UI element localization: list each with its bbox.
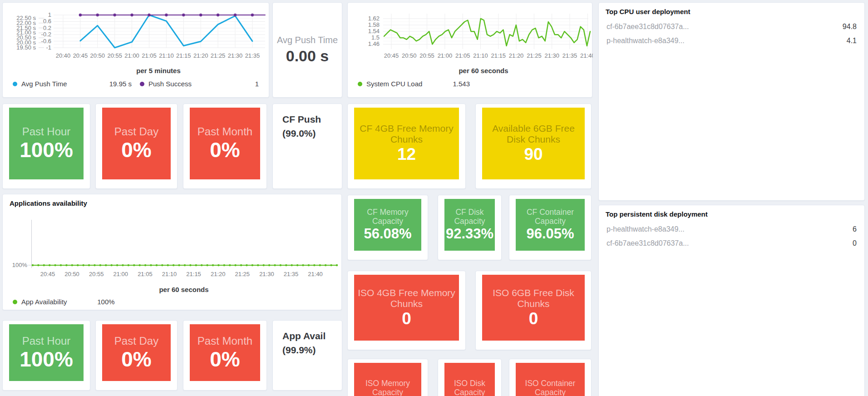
svg-text:20:55: 20:55 <box>89 271 104 277</box>
svg-text:21:10: 21:10 <box>159 52 174 59</box>
tile-iso-disk-capacity: ISO Disk Capacity 0.00% <box>438 359 502 396</box>
svg-text:100%: 100% <box>12 262 28 268</box>
svg-text:20:50: 20:50 <box>64 271 79 277</box>
svg-text:1.5: 1.5 <box>371 34 380 41</box>
legend-value: 1.543 <box>453 80 470 88</box>
panel-top-persistent-disk-deployment: Top persistent disk deployment p-healthw… <box>598 205 865 396</box>
svg-text:20:55: 20:55 <box>107 52 122 59</box>
panel-applications-availability: Applications availability 20:4520:5020:5… <box>2 194 342 310</box>
note-line1: App Avail <box>282 329 332 343</box>
bar-row-label: p-healthwatch-e8a349... <box>607 37 700 45</box>
tile-value: 100% <box>20 138 73 162</box>
svg-text:-0.2: -0.2 <box>41 31 51 38</box>
bar-row-label: cf-6b7aee31c8d07637a... <box>607 239 700 248</box>
bar-track <box>700 37 829 45</box>
bar-track <box>700 239 829 247</box>
tile-value: 56.08% <box>364 226 411 242</box>
tile-label: ISO Disk Capacity <box>444 379 495 396</box>
tile-app-avail-past-month: Past Month 0% <box>183 320 267 391</box>
svg-text:20:40: 20:40 <box>56 52 71 59</box>
svg-text:1: 1 <box>48 11 51 18</box>
svg-text:21:15: 21:15 <box>176 52 191 59</box>
svg-text:21:10: 21:10 <box>473 52 488 59</box>
tile-label: Past Hour <box>22 335 71 347</box>
svg-text:21:05: 21:05 <box>455 52 470 59</box>
bar-row-label: cf-6b7aee31c8d07637a... <box>607 23 700 31</box>
tile-value: 0% <box>210 138 240 162</box>
tile-value: 0 <box>529 309 538 328</box>
tile-cf-push-past-day: Past Day 0% <box>95 104 178 189</box>
legend-value: 19.95 s <box>109 80 132 88</box>
bar-row: p-healthwatch-e8a349... 6 <box>599 222 864 236</box>
tile-label: ISO 6GB Free Disk Chunks <box>482 287 585 309</box>
svg-text:21:15: 21:15 <box>186 271 201 277</box>
panel-title: Top CPU user deployment <box>606 8 690 15</box>
x-axis-title: per 5 minutes <box>3 67 269 74</box>
svg-text:21:20: 21:20 <box>509 52 524 59</box>
legend-value: 1 <box>255 80 259 88</box>
tile-cf-container-capacity: CF Container Capacity 96.05% <box>509 195 592 260</box>
svg-text:21:40: 21:40 <box>580 52 593 59</box>
svg-text:20:45: 20:45 <box>384 52 399 59</box>
bar-row-value: 4.1 <box>829 37 857 45</box>
tile-label: ISO Container Capacity <box>516 379 585 396</box>
svg-text:21:25: 21:25 <box>235 271 250 277</box>
svg-text:21:20: 21:20 <box>193 52 208 59</box>
bar-rows: p-healthwatch-e8a349... 6 cf-6b7aee31c8d… <box>599 222 864 250</box>
tile-value: 96.05% <box>526 226 574 242</box>
svg-text:21:05: 21:05 <box>142 52 157 59</box>
svg-text:-0.6: -0.6 <box>41 38 51 45</box>
svg-text:21:20: 21:20 <box>211 271 226 277</box>
legend-label: App Availability <box>21 298 67 306</box>
bar-row-value: 6 <box>829 225 857 233</box>
legend-item-push-success[interactable]: Push Success 1 <box>132 80 259 88</box>
tile-label: Available 6GB Free Disk Chunks <box>482 123 585 145</box>
svg-text:21:00: 21:00 <box>124 52 139 59</box>
legend-item-system-cpu-load[interactable]: System CPU Load 1.543 <box>358 80 470 88</box>
svg-text:21:30: 21:30 <box>544 52 559 59</box>
legend-dot-icon <box>140 82 144 86</box>
legend-dot-icon <box>13 300 17 304</box>
svg-text:1.62: 1.62 <box>368 15 380 22</box>
svg-text:1.58: 1.58 <box>368 21 380 28</box>
panel-push-time-chart: 20:4020:4520:5020:5521:0021:0521:1021:15… <box>2 2 269 98</box>
svg-text:21:10: 21:10 <box>162 271 177 277</box>
note-line1: CF Push <box>282 112 332 126</box>
svg-text:0.2: 0.2 <box>43 25 51 31</box>
tile-app-avail-past-day: Past Day 0% <box>95 320 178 391</box>
tile-value: 0% <box>121 138 151 162</box>
svg-text:20:45: 20:45 <box>40 271 55 277</box>
panel-title: Applications availability <box>10 199 87 207</box>
legend-item-avg-push-time[interactable]: Avg Push Time 19.95 s <box>13 80 132 88</box>
svg-text:21:25: 21:25 <box>211 52 226 59</box>
tile-iso-6gb-free-disk-chunks: ISO 6GB Free Disk Chunks 0 <box>475 271 592 350</box>
panel-avg-push-time-stat: Avg Push Time 0.00 s <box>272 2 342 98</box>
x-axis-title: per 60 seconds <box>3 286 341 293</box>
chart-legend: App Availability 100% <box>13 298 331 306</box>
svg-text:20:50: 20:50 <box>402 52 417 59</box>
legend-item-app-availability[interactable]: App Availability 100% <box>13 298 115 306</box>
svg-text:21:30: 21:30 <box>228 52 243 59</box>
tile-label: Past Day <box>114 335 158 347</box>
tile-cf-4gb-free-memory-chunks: CF 4GB Free Memory Chunks 12 <box>347 104 466 189</box>
panel-system-cpu-chart: 20:4520:5020:5521:0021:0521:1021:1521:20… <box>347 2 592 98</box>
bar-row-value: 94.8 <box>829 23 857 31</box>
panel-title: Top persistent disk deployment <box>606 210 708 218</box>
panel-app-avail-note: App Avail (99.9%) <box>272 320 342 391</box>
svg-text:21:00: 21:00 <box>113 271 128 277</box>
legend-label: Avg Push Time <box>21 80 67 88</box>
svg-text:1.54: 1.54 <box>368 28 380 35</box>
svg-text:21:15: 21:15 <box>491 52 506 59</box>
bar-track <box>700 225 829 233</box>
bar-row: cf-6b7aee31c8d07637a... 94.8 <box>599 20 864 34</box>
chart-legend: Avg Push Time 19.95 s Push Success 1 <box>13 80 259 88</box>
tile-cf-push-past-hour: Past Hour 100% <box>2 104 90 189</box>
tile-value: 0% <box>121 347 151 371</box>
tile-label: Past Hour <box>22 125 71 138</box>
tile-label: CF Disk Capacity <box>444 208 495 226</box>
system-cpu-chart: 20:4520:5020:5521:0021:0521:1021:1521:20… <box>348 3 593 64</box>
legend-dot-icon <box>358 82 362 86</box>
svg-text:20:55: 20:55 <box>419 52 434 59</box>
tile-available-6gb-free-disk-chunks: Available 6GB Free Disk Chunks 90 <box>475 104 592 189</box>
bar-row: cf-6b7aee31c8d07637a... 0 <box>599 236 864 250</box>
